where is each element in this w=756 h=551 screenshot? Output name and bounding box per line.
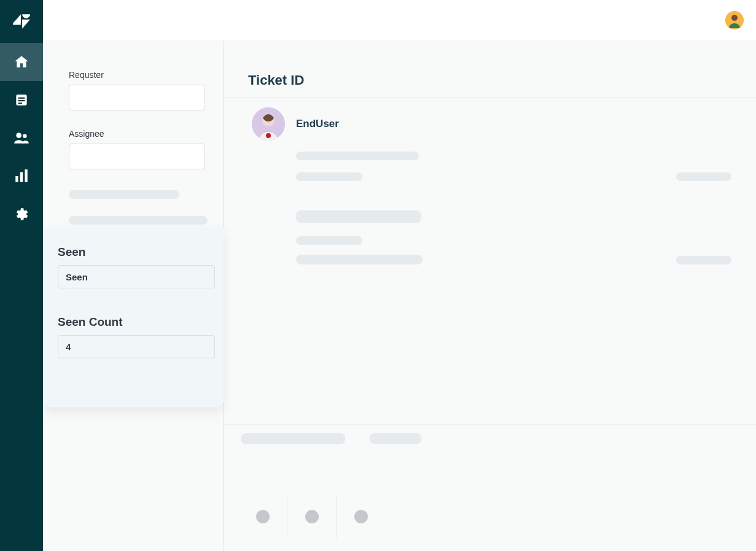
- skeleton-line: [296, 172, 362, 181]
- svg-rect-4: [18, 100, 25, 101]
- svg-marker-1: [22, 20, 30, 29]
- skeleton-line: [241, 433, 345, 444]
- ticket-properties-panel: Requster Assignee Seen Seen Count: [43, 40, 224, 551]
- home-icon: [14, 54, 29, 70]
- avatar-icon: [252, 107, 285, 141]
- ticket-main-panel: Ticket ID EndUser: [224, 40, 756, 551]
- assignee-input[interactable]: [69, 144, 205, 169]
- skeleton-line: [69, 216, 208, 225]
- seen-heading: Seen: [58, 245, 209, 259]
- action-icon: [305, 510, 319, 523]
- skeleton-line: [296, 152, 419, 160]
- skeleton-line: [69, 190, 179, 199]
- requester-label: Requster: [69, 70, 205, 80]
- svg-rect-5: [18, 102, 22, 104]
- nav-customers[interactable]: [0, 119, 43, 157]
- customers-icon: [14, 130, 29, 146]
- composer-actions: [224, 495, 756, 551]
- views-icon: [14, 92, 29, 108]
- ticket-header: Ticket ID: [224, 40, 756, 98]
- svg-point-7: [23, 134, 26, 139]
- skeleton-line: [296, 236, 362, 245]
- composer-action-2[interactable]: [287, 495, 337, 539]
- end-user-avatar[interactable]: [252, 107, 285, 141]
- seen-count-heading: Seen Count: [58, 315, 209, 329]
- composer-action-3[interactable]: [337, 495, 386, 539]
- nav-reporting[interactable]: [0, 157, 43, 195]
- skeleton-timestamp: [676, 172, 731, 181]
- work-area: Requster Assignee Seen Seen Count Ticket…: [43, 0, 756, 551]
- svg-point-6: [16, 133, 21, 138]
- nav-rail: [0, 0, 43, 551]
- action-icon: [354, 510, 368, 523]
- skeleton-line: [296, 255, 423, 264]
- app-card: Seen Seen Count: [43, 228, 224, 407]
- nav-admin[interactable]: [0, 195, 43, 233]
- avatar-icon: [725, 11, 744, 29]
- svg-rect-3: [18, 98, 25, 99]
- seen-count-field[interactable]: [58, 335, 215, 358]
- composer-action-1[interactable]: [238, 495, 287, 539]
- requester-input[interactable]: [69, 85, 205, 110]
- svg-rect-8: [15, 176, 18, 182]
- skeleton-timestamp: [676, 256, 731, 264]
- skeleton-line: [370, 433, 421, 444]
- seen-field[interactable]: [58, 265, 215, 288]
- assignee-label: Assignee: [69, 129, 205, 139]
- message-block: [224, 141, 756, 264]
- zendesk-logo: [0, 0, 43, 43]
- ticket-title: Ticket ID: [248, 72, 756, 88]
- nav-home[interactable]: [0, 43, 43, 81]
- end-user-name: EndUser: [296, 118, 339, 130]
- reply-row: [224, 425, 756, 444]
- top-bar: [43, 0, 756, 40]
- ticket-requester-row: EndUser: [224, 98, 756, 141]
- svg-point-15: [266, 133, 271, 138]
- nav-views[interactable]: [0, 81, 43, 119]
- agent-avatar[interactable]: [725, 11, 744, 29]
- skeleton-line: [296, 210, 421, 223]
- svg-point-12: [731, 15, 738, 21]
- action-icon: [256, 510, 270, 523]
- svg-rect-10: [25, 169, 27, 182]
- reporting-icon: [14, 168, 29, 184]
- admin-icon: [14, 206, 29, 222]
- svg-rect-9: [20, 172, 23, 182]
